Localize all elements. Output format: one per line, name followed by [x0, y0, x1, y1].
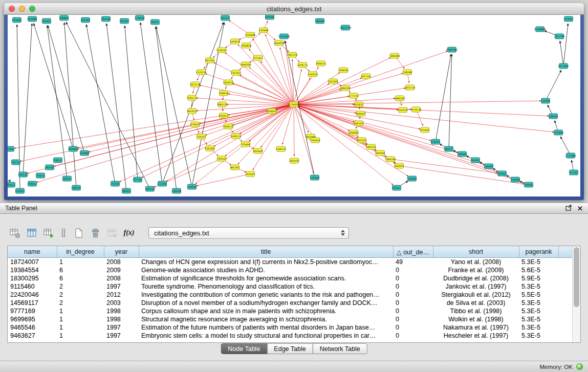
- table-cell[interactable]: Corpus callosum shape and size in male p…: [139, 307, 393, 315]
- network-node[interactable]: 159581: [541, 98, 550, 103]
- import-table-icon[interactable]: [105, 226, 119, 239]
- table-cell[interactable]: 1: [57, 315, 104, 323]
- network-node[interactable]: 1961379: [287, 52, 298, 57]
- table-cell[interactable]: Estimation of the future numbers of pati…: [139, 323, 393, 332]
- table-cell[interactable]: 0: [393, 291, 433, 299]
- table-cell[interactable]: Hescheler et al. (1997): [433, 332, 519, 340]
- network-node[interactable]: 92450: [525, 182, 533, 187]
- network-node[interactable]: 1275411: [253, 55, 264, 60]
- network-node[interactable]: 1010447: [253, 148, 264, 154]
- table-row[interactable]: 946554611997Estimation of the future num…: [8, 323, 573, 332]
- table-cell[interactable]: 2003: [104, 299, 139, 307]
- table-cell[interactable]: 14569117: [8, 299, 57, 307]
- table-cell[interactable]: 18300295: [8, 274, 57, 282]
- table-cell[interactable]: Structural magnetic resonance image aver…: [139, 315, 393, 323]
- table-cell[interactable]: Disruption of a novel member of a sodium…: [139, 299, 393, 307]
- table-cell[interactable]: 9777169: [8, 307, 57, 315]
- network-node[interactable]: 819104: [265, 15, 274, 19]
- network-node[interactable]: 81504: [120, 18, 129, 24]
- table-cell[interactable]: Tourette syndrome. Phenomenology and cla…: [139, 282, 393, 291]
- table-cell[interactable]: Wolkin et al. (1998): [433, 315, 519, 323]
- table-cell[interactable]: Changes of HCN gene expression and I(f) …: [139, 258, 393, 267]
- network-node[interactable]: 59013: [54, 158, 62, 163]
- table-cell[interactable]: 0: [393, 274, 433, 282]
- network-node[interactable]: 96018: [72, 185, 81, 190]
- delete-icon[interactable]: [89, 226, 102, 239]
- table-cell[interactable]: Dudbridge et al. (2008): [433, 274, 519, 282]
- table-cell[interactable]: 2: [57, 291, 104, 299]
- table-cell[interactable]: 5.3E-5: [519, 332, 558, 340]
- network-node[interactable]: 935613: [219, 113, 228, 118]
- network-node[interactable]: 96162: [471, 158, 480, 163]
- tab-node-table[interactable]: Node Table: [221, 343, 267, 354]
- table-cell[interactable]: Nakamura et al. (1997): [433, 323, 519, 332]
- network-node[interactable]: 2204001: [349, 130, 359, 135]
- table-cell[interactable]: Tibbo et al. (1998): [433, 307, 519, 315]
- network-node[interactable]: 1013176: [190, 82, 201, 87]
- table-cell[interactable]: 0: [393, 315, 433, 323]
- table-cell[interactable]: 5.6E-5: [519, 266, 558, 274]
- network-node[interactable]: 66103: [46, 165, 54, 170]
- network-node[interactable]: 92451: [393, 185, 401, 190]
- table-cell[interactable]: 0: [393, 282, 433, 291]
- network-node[interactable]: 1125130: [196, 70, 207, 75]
- network-node[interactable]: 2260818: [241, 43, 252, 48]
- table-cell[interactable]: 1998: [104, 307, 139, 315]
- table-cell[interactable]: Franke et al. (2009): [433, 266, 519, 274]
- network-node[interactable]: 1436113: [231, 134, 242, 139]
- table-cell[interactable]: 9465546: [8, 323, 57, 332]
- table-cell[interactable]: 0: [393, 332, 433, 340]
- table-cell[interactable]: 5.3E-5: [519, 323, 558, 332]
- table-cell[interactable]: 9115460: [8, 282, 57, 291]
- table-cell[interactable]: Jankovic et al. (1997): [433, 282, 519, 291]
- network-node[interactable]: 128234: [172, 188, 181, 193]
- float-panel-icon[interactable]: [565, 205, 572, 212]
- network-node[interactable]: 190464: [458, 151, 467, 157]
- network-node[interactable]: 90714: [12, 160, 20, 165]
- table-cell[interactable]: 9699695: [8, 315, 57, 323]
- network-node[interactable]: 1077141: [361, 74, 372, 79]
- network-node[interactable]: 11548088: [534, 27, 546, 32]
- table-cell[interactable]: 2008: [104, 258, 139, 267]
- network-node[interactable]: 1372863: [553, 130, 564, 135]
- network-node[interactable]: 19687941: [446, 47, 458, 52]
- network-node[interactable]: 1060201: [340, 85, 351, 91]
- network-node[interactable]: 1818107: [216, 48, 227, 53]
- table-cell[interactable]: 2012: [104, 291, 139, 299]
- table-row[interactable]: 969969511998Structural magnetic resonanc…: [8, 315, 573, 323]
- table-cell[interactable]: 6: [57, 274, 104, 282]
- table-cell[interactable]: 0: [393, 299, 433, 307]
- column-header-year[interactable]: year: [104, 246, 139, 258]
- network-node[interactable]: 153445: [310, 175, 319, 180]
- network-node[interactable]: 851821: [354, 102, 363, 107]
- network-node[interactable]: 1771004: [565, 153, 576, 158]
- collapse-arrow-icon[interactable]: ◂: [8, 178, 11, 183]
- table-cell[interactable]: Estimation of significance thresholds fo…: [139, 274, 393, 282]
- network-node[interactable]: 97130: [134, 177, 142, 182]
- table-cell[interactable]: 1: [57, 307, 104, 315]
- table-cell[interactable]: 2008: [104, 274, 139, 282]
- tab-edge-table[interactable]: Edge Table: [267, 343, 313, 354]
- table-mode-icon[interactable]: [8, 226, 21, 239]
- table-cell[interactable]: 6: [57, 266, 104, 274]
- network-node[interactable]: 851931: [357, 138, 366, 143]
- network-node[interactable]: 1345451: [310, 138, 321, 143]
- column-visibility-icon[interactable]: [25, 226, 38, 239]
- table-row[interactable]: 1872400712008Changes of HCN gene express…: [8, 258, 573, 267]
- network-node[interactable]: 1060162: [395, 96, 405, 101]
- network-node[interactable]: 1248151: [276, 146, 287, 151]
- table-cell[interactable]: 5.3E-5: [519, 282, 558, 291]
- network-node[interactable]: 1061627: [354, 121, 364, 126]
- network-node[interactable]: 123610: [135, 15, 144, 20]
- column-header-in_degree[interactable]: in_degree: [57, 246, 104, 258]
- network-node[interactable]: 997351: [205, 58, 214, 63]
- network-node[interactable]: 725412: [197, 134, 206, 139]
- network-node[interactable]: 1420478: [230, 39, 241, 44]
- network-node[interactable]: 321619: [398, 107, 407, 113]
- network-node[interactable]: 1253401: [205, 146, 215, 151]
- table-cell[interactable]: 5.3E-5: [519, 258, 558, 267]
- network-node[interactable]: 3220171: [297, 62, 308, 68]
- network-node[interactable]: 105591: [81, 17, 90, 23]
- network-node[interactable]: 122608: [259, 28, 268, 33]
- column-header-short[interactable]: short: [433, 246, 519, 258]
